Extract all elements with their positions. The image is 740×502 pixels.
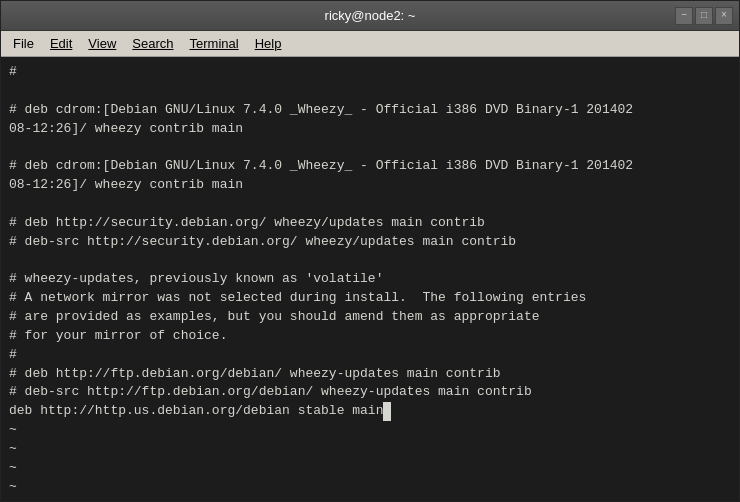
terminal-line: 08-12:26]/ wheezy contrib main [9, 176, 731, 195]
terminal-line: # deb-src http://ftp.debian.org/debian/ … [9, 383, 731, 402]
terminal-line: ~ [9, 459, 731, 478]
terminal-line: # deb http://ftp.debian.org/debian/ whee… [9, 365, 731, 384]
menu-file[interactable]: File [5, 34, 42, 53]
menu-help[interactable]: Help [247, 34, 290, 53]
terminal-content[interactable]: ## deb cdrom:[Debian GNU/Linux 7.4.0 _Wh… [1, 57, 739, 501]
terminal-line [9, 195, 731, 214]
terminal-line: # are provided as examples, but you shou… [9, 308, 731, 327]
terminal-line: # [9, 63, 731, 82]
menu-search[interactable]: Search [124, 34, 181, 53]
terminal-line: # deb-src http://security.debian.org/ wh… [9, 233, 731, 252]
terminal-line: # deb cdrom:[Debian GNU/Linux 7.4.0 _Whe… [9, 101, 731, 120]
terminal-window: ricky@node2: ~ − □ × File Edit View Sear… [0, 0, 740, 502]
terminal-line: 08-12:26]/ wheezy contrib main [9, 120, 731, 139]
terminal-line: # [9, 346, 731, 365]
terminal-line: ~ [9, 421, 731, 440]
menu-edit[interactable]: Edit [42, 34, 80, 53]
menubar: File Edit View Search Terminal Help [1, 31, 739, 57]
terminal-line: ~ [9, 496, 731, 501]
menu-view[interactable]: View [80, 34, 124, 53]
window-controls: − □ × [675, 7, 733, 25]
terminal-line: # A network mirror was not selected duri… [9, 289, 731, 308]
minimize-button[interactable]: − [675, 7, 693, 25]
terminal-cursor [383, 402, 391, 421]
close-button[interactable]: × [715, 7, 733, 25]
terminal-line: ~ [9, 440, 731, 459]
titlebar: ricky@node2: ~ − □ × [1, 1, 739, 31]
terminal-line: # deb cdrom:[Debian GNU/Linux 7.4.0 _Whe… [9, 157, 731, 176]
terminal-line [9, 82, 731, 101]
terminal-line: ~ [9, 478, 731, 497]
terminal-line [9, 138, 731, 157]
terminal-line: deb http://http.us.debian.org/debian sta… [9, 402, 731, 421]
maximize-button[interactable]: □ [695, 7, 713, 25]
window-title: ricky@node2: ~ [325, 8, 416, 23]
menu-terminal[interactable]: Terminal [182, 34, 247, 53]
terminal-line: # deb http://security.debian.org/ wheezy… [9, 214, 731, 233]
terminal-line: # wheezy-updates, previously known as 'v… [9, 270, 731, 289]
terminal-line: # for your mirror of choice. [9, 327, 731, 346]
terminal-line [9, 251, 731, 270]
